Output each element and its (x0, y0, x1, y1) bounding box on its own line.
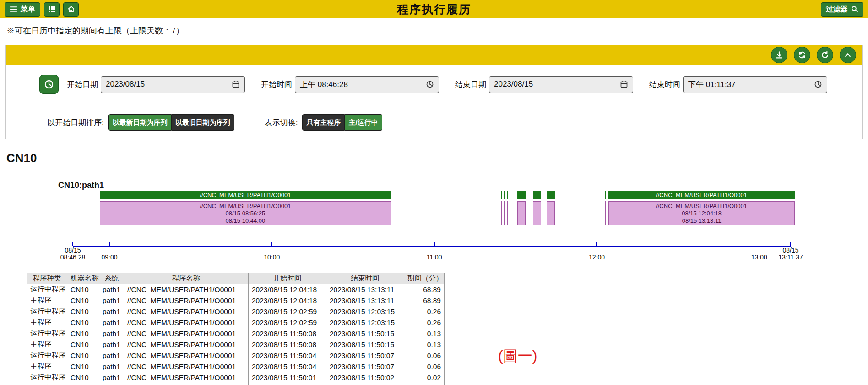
main-program-bar[interactable] (517, 191, 526, 199)
table-cell: 2023/08/15 11:50:07 (326, 350, 404, 361)
table-cell: //CNC_MEM/USER/PATH1/O0001 (124, 328, 249, 339)
history-table: 程序种类机器名称系统程序名称开始时间结束时间期间（分） 运行中程序CN10pat… (27, 273, 445, 385)
running-program-bar[interactable]: //CNC_MEM/USER/PATH1/O000108/15 12:04:18… (608, 201, 795, 225)
end-date-input[interactable]: 2023/08/15 (489, 76, 633, 93)
table-cell: CN10 (67, 339, 99, 350)
filter-button-label: 过滤器 (826, 5, 848, 14)
running-program-bar[interactable] (517, 201, 526, 225)
running-program-bar[interactable]: //CNC_MEM/USER/PATH1/O000108/15 08:56:25… (100, 201, 391, 225)
main-program-bar[interactable]: //CNC_MEM/USER/PATH1/O0001 (608, 191, 795, 199)
axis-tick (271, 242, 272, 246)
home-button[interactable] (63, 2, 79, 16)
menu-button[interactable]: 菜单 (5, 2, 40, 16)
table-cell: CN10 (67, 284, 99, 295)
table-row: 主程序CN10path1//CNC_MEM/USER/PATH1/O000120… (27, 383, 445, 385)
table-cell: CN10 (67, 328, 99, 339)
display-main-only-button[interactable]: 只有主程序 (302, 114, 345, 131)
table-cell: 2023/08/15 12:02:59 (249, 317, 326, 328)
refresh-icon (821, 51, 829, 59)
download-button[interactable] (771, 47, 787, 63)
program-timeline-chart: CN10:path1 //CNC_MEM/USER/PATH1/O0001//C… (27, 176, 841, 265)
sort-newest-button[interactable]: 以最新日期为序列 (108, 114, 172, 131)
table-cell: path1 (99, 339, 124, 350)
filter-panel-body: 开始日期 2023/08/15 开始时间 上午 08:46:28 结束日期 20… (6, 65, 862, 139)
column-header: 结束时间 (326, 273, 404, 284)
table-cell: 2023/08/15 13:13:11 (326, 284, 404, 295)
main-program-bar[interactable] (533, 191, 541, 199)
running-program-bar-text: 08/15 12:04:18 (609, 210, 794, 217)
table-cell: 2023/08/15 12:02:59 (249, 306, 326, 317)
display-button-group: 只有主程序 主/运行中 (302, 114, 382, 131)
axis-tick (596, 242, 597, 246)
sync-icon (798, 51, 806, 59)
table-row: 主程序CN10path1//CNC_MEM/USER/PATH1/O000120… (27, 317, 445, 328)
running-program-bar[interactable] (501, 201, 502, 225)
sync-button[interactable] (794, 47, 810, 63)
start-date-value: 2023/08/15 (106, 80, 145, 89)
main-program-bar[interactable] (570, 191, 570, 199)
table-row: 运行中程序CN10path1//CNC_MEM/USER/PATH1/O0001… (27, 284, 445, 295)
table-cell: //CNC_MEM/USER/PATH1/O0001 (124, 306, 249, 317)
end-date-label: 结束日期 (455, 79, 486, 90)
table-cell: 主程序 (27, 317, 67, 328)
table-cell: 主程序 (27, 295, 67, 306)
main-program-bar[interactable]: //CNC_MEM/USER/PATH1/O0001 (100, 191, 391, 199)
main-program-bar[interactable] (605, 191, 606, 199)
main-program-bar[interactable] (507, 191, 508, 199)
table-cell: 运行中程序 (27, 284, 67, 295)
main-program-bar[interactable] (504, 191, 505, 199)
table-cell: 2023/08/15 12:03:15 (326, 317, 404, 328)
table-cell: 2023/08/15 11:50:04 (249, 350, 326, 361)
start-time-value: 上午 08:46:28 (300, 79, 348, 90)
apps-button[interactable] (44, 2, 60, 16)
clock-icon (426, 80, 434, 88)
table-cell: 68.89 (404, 295, 445, 306)
refresh-button[interactable] (817, 47, 833, 63)
start-time-label: 开始时间 (261, 79, 292, 90)
running-program-bar[interactable] (507, 201, 508, 225)
table-cell: 2023/08/15 12:03:15 (326, 306, 404, 317)
table-cell: 0.13 (404, 328, 445, 339)
time-range-button[interactable] (39, 75, 59, 94)
table-row: 主程序CN10path1//CNC_MEM/USER/PATH1/O000120… (27, 361, 445, 372)
table-cell: 2023/08/15 11:50:08 (249, 328, 326, 339)
running-program-bar-text: //CNC_MEM/USER/PATH1/O0001 (100, 203, 391, 210)
main-program-bar[interactable] (547, 191, 555, 199)
table-cell: 运行中程序 (27, 306, 67, 317)
end-time-input[interactable]: 下午 01:11:37 (683, 76, 827, 93)
filter-button[interactable]: 过滤器 (821, 2, 863, 16)
table-cell: 0.06 (404, 361, 445, 372)
table-row: 主程序CN10path1//CNC_MEM/USER/PATH1/O000120… (27, 339, 445, 350)
collapse-button[interactable] (840, 47, 856, 63)
start-date-input[interactable]: 2023/08/15 (101, 76, 245, 93)
table-cell: 0.02 (404, 383, 445, 385)
table-cell: path1 (99, 383, 124, 385)
main-program-bar-label: //CNC_MEM/USER/PATH1/O0001 (200, 192, 291, 198)
running-program-bar[interactable] (504, 201, 505, 225)
running-program-bar[interactable] (570, 201, 570, 225)
main-program-bar-label: //CNC_MEM/USER/PATH1/O0001 (656, 192, 747, 198)
table-cell: CN10 (67, 361, 99, 372)
running-program-bar[interactable] (533, 201, 541, 225)
hamburger-icon (10, 6, 17, 12)
download-icon (775, 51, 783, 59)
main-program-bar[interactable] (501, 191, 502, 199)
running-program-bar[interactable] (605, 201, 606, 225)
home-icon (67, 6, 75, 13)
running-program-bar[interactable] (547, 201, 555, 225)
table-cell: //CNC_MEM/USER/PATH1/O0001 (124, 383, 249, 385)
table-row: 主程序CN10path1//CNC_MEM/USER/PATH1/O000120… (27, 295, 445, 306)
limit-note: ※可在日历中指定的期间有上限（上限天数：7） (6, 25, 862, 36)
table-row: 运行中程序CN10path1//CNC_MEM/USER/PATH1/O0001… (27, 350, 445, 361)
column-header: 程序种类 (27, 273, 67, 284)
table-cell: CN10 (67, 306, 99, 317)
table-cell: path1 (99, 361, 124, 372)
table-cell: //CNC_MEM/USER/PATH1/O0001 (124, 284, 249, 295)
machine-section-title: CN10 (6, 151, 868, 165)
table-cell: CN10 (67, 350, 99, 361)
running-program-bar-text: //CNC_MEM/USER/PATH1/O0001 (609, 203, 794, 210)
start-time-input[interactable]: 上午 08:46:28 (295, 76, 439, 93)
menu-button-label: 菜单 (21, 5, 35, 14)
display-main-running-button[interactable]: 主/运行中 (345, 114, 382, 131)
sort-oldest-button[interactable]: 以最旧日期为序列 (172, 114, 234, 131)
